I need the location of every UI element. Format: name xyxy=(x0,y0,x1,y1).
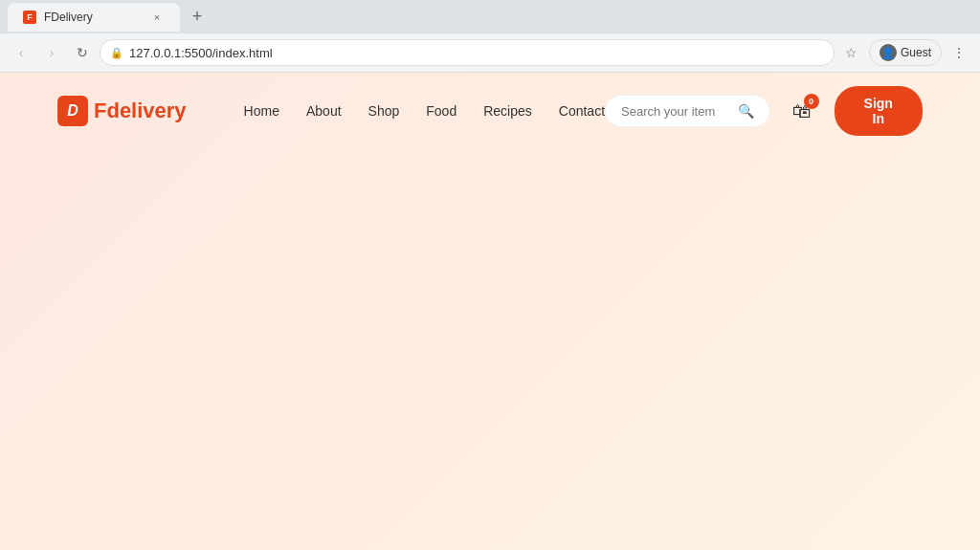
nav-right: 🔍 🛍 0 Sign In xyxy=(605,86,923,136)
search-box[interactable]: 🔍 xyxy=(605,95,770,127)
active-tab[interactable]: F FDelivery × xyxy=(8,3,180,32)
nav-links: Home About Shop Food Recipes Contact xyxy=(244,103,605,119)
nav-link-food[interactable]: Food xyxy=(426,103,457,119)
url-display: 127.0.0.1:5500/index.html xyxy=(129,46,824,60)
logo[interactable]: D Fdelivery xyxy=(57,96,187,126)
profile-avatar: 👤 xyxy=(880,44,897,61)
search-icon[interactable]: 🔍 xyxy=(738,103,754,119)
tab-close-button[interactable]: × xyxy=(149,10,165,25)
nav-link-shop[interactable]: Shop xyxy=(368,103,400,119)
new-tab-button[interactable]: + xyxy=(184,4,211,31)
reload-button[interactable]: ↻ xyxy=(69,39,96,66)
page-content: D Fdelivery Home About Shop Food Recipes… xyxy=(0,73,980,550)
nav-link-home[interactable]: Home xyxy=(244,103,279,119)
search-input[interactable] xyxy=(621,104,730,119)
tab-favicon: F xyxy=(23,11,36,24)
toolbar-actions: ☆ 👤 Guest ⋮ xyxy=(838,39,972,66)
tab-bar: F FDelivery × + xyxy=(0,0,980,33)
forward-button[interactable]: › xyxy=(38,39,65,66)
security-icon: 🔒 xyxy=(110,47,123,59)
back-button[interactable]: ‹ xyxy=(8,39,34,66)
bookmark-button[interactable]: ☆ xyxy=(838,39,865,66)
browser-toolbar: ‹ › ↻ 🔒 127.0.0.1:5500/index.html ☆ 👤 Gu… xyxy=(0,33,980,72)
profile-name: Guest xyxy=(901,46,931,59)
tab-title: FDelivery xyxy=(44,11,142,24)
signin-button[interactable]: Sign In xyxy=(835,86,923,136)
navbar: D Fdelivery Home About Shop Food Recipes… xyxy=(0,73,980,149)
menu-button[interactable]: ⋮ xyxy=(946,39,972,66)
logo-icon: D xyxy=(57,96,88,126)
address-bar[interactable]: 🔒 127.0.0.1:5500/index.html xyxy=(100,39,835,66)
nav-link-about[interactable]: About xyxy=(306,103,342,119)
browser-chrome: F FDelivery × + ‹ › ↻ 🔒 127.0.0.1:5500/i… xyxy=(0,0,980,73)
nav-link-contact[interactable]: Contact xyxy=(559,103,605,119)
profile-button[interactable]: 👤 Guest xyxy=(869,39,942,66)
logo-text: Fdelivery xyxy=(94,99,187,123)
nav-link-recipes[interactable]: Recipes xyxy=(483,103,532,119)
cart-badge: 0 xyxy=(804,94,819,109)
cart-button[interactable]: 🛍 0 xyxy=(786,94,818,128)
